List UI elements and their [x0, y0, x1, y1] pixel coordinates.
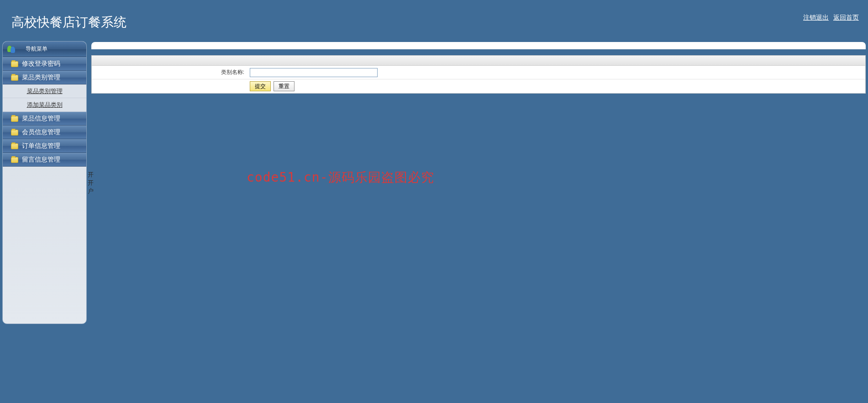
sidebar-item-label: 会员信息管理 [22, 128, 60, 136]
stray-char-2: 开 [88, 179, 94, 187]
submenu-link[interactable]: 菜品类别管理 [27, 87, 63, 95]
sidebar-item-label: 订单信息管理 [22, 142, 60, 150]
submenu-item-category-list[interactable]: 菜品类别管理 [3, 84, 86, 98]
sidebar-item-member-manage[interactable]: 会员信息管理 [3, 126, 86, 139]
folder-icon [11, 75, 18, 81]
people-icon [7, 46, 16, 53]
sidebar-item-label: 菜品信息管理 [22, 115, 60, 123]
stray-char-3: 户 [88, 187, 94, 195]
main-wrap: 导航菜单 修改登录密码 菜品类别管理 菜品类别管理 添加菜品类别 菜品信息管理 … [2, 41, 866, 401]
app-title: 高校快餐店订餐系统 [11, 14, 126, 31]
sidebar-header-label: 导航菜单 [26, 45, 47, 53]
sidebar-item-label: 菜品类别管理 [22, 73, 60, 82]
folder-icon [11, 143, 18, 149]
sidebar-item-order-manage[interactable]: 订单信息管理 [3, 139, 86, 153]
header-links: 注销退出 返回首页 [800, 14, 859, 22]
folder-icon [11, 130, 18, 136]
sidebar-item-dish-manage[interactable]: 菜品信息管理 [3, 112, 86, 126]
logout-link[interactable]: 注销退出 [803, 14, 829, 21]
form-header-bar [92, 56, 865, 66]
sidebar-item-label: 修改登录密码 [22, 60, 60, 68]
form-row-category-name: 类别名称: [92, 66, 865, 79]
submenu-item-category-add[interactable]: 添加菜品类别 [3, 98, 86, 112]
add-category-form: 类别名称: 提交 重置 [91, 55, 866, 94]
app-header: 高校快餐店订餐系统 注销退出 返回首页 [0, 0, 868, 41]
sidebar-item-category-manage[interactable]: 菜品类别管理 [3, 71, 86, 84]
content-area: 类别名称: 提交 重置 [91, 42, 866, 401]
submit-button[interactable]: 提交 [250, 81, 271, 91]
folder-icon [11, 61, 18, 67]
reset-button[interactable]: 重置 [274, 81, 295, 91]
form-button-row: 提交 重置 [92, 79, 865, 93]
category-name-label: 类别名称: [92, 68, 247, 76]
folder-icon [11, 157, 18, 163]
sidebar: 导航菜单 修改登录密码 菜品类别管理 菜品类别管理 添加菜品类别 菜品信息管理 … [2, 41, 87, 324]
category-name-input[interactable] [250, 68, 378, 77]
sidebar-item-label: 留言信息管理 [22, 156, 60, 164]
folder-icon [11, 116, 18, 122]
home-link[interactable]: 返回首页 [833, 14, 859, 21]
sidebar-header: 导航菜单 [3, 42, 86, 57]
sidebar-item-message-manage[interactable]: 留言信息管理 [3, 153, 86, 167]
submenu-link[interactable]: 添加菜品类别 [27, 101, 63, 109]
category-name-cell [247, 68, 378, 77]
submenu-category: 菜品类别管理 添加菜品类别 [3, 84, 86, 112]
content-top-bar [91, 42, 866, 49]
sidebar-item-change-password[interactable]: 修改登录密码 [3, 57, 86, 71]
stray-char-1: 开 [88, 171, 94, 179]
